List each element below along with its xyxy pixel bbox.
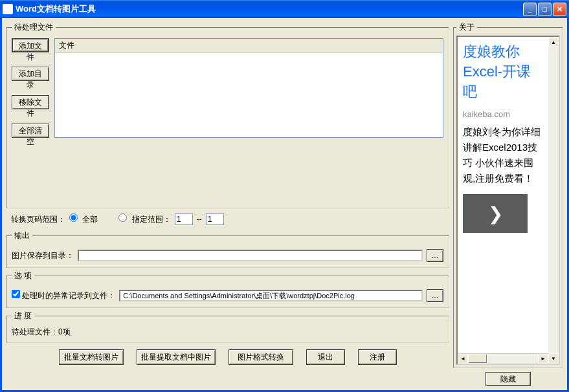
list-header-file[interactable]: 文件 [55, 39, 443, 53]
radio-all[interactable] [69, 213, 78, 222]
about-group: 关于 度娘教你Excel-开课吧 kaikeba.com 度娘刘冬为你详细讲解E… [453, 22, 563, 368]
window-controls: _ □ ✕ [523, 3, 566, 16]
save-dir-label: 图片保存到目录： [12, 250, 74, 261]
scroll-left-icon[interactable]: ◄ [458, 354, 468, 364]
close-button[interactable]: ✕ [553, 3, 566, 16]
save-dir-input[interactable] [78, 250, 423, 261]
batch-extract-button[interactable]: 批量提取文档中图片 [137, 349, 216, 365]
exit-button[interactable]: 退出 [306, 349, 345, 365]
page-range-label: 转换页码范围： [11, 214, 65, 225]
file-actions-sidebar: 添加文件 添加目录 移除文件 全部清空 [12, 38, 49, 138]
progress-text: 待处理文件：0项 [12, 327, 443, 338]
minimize-button[interactable]: _ [523, 3, 537, 16]
range-sep: -- [197, 215, 202, 224]
bottom-action-bar: 批量文档转图片 批量提取文档中图片 图片格式转换 退出 注册 [6, 345, 449, 366]
register-button[interactable]: 注册 [358, 349, 397, 365]
output-legend: 输出 [12, 230, 32, 241]
hide-row: 隐藏 [453, 368, 563, 386]
chevron-right-icon: ❯ [488, 203, 503, 224]
options-legend: 选 项 [12, 270, 34, 281]
range-to-input[interactable] [206, 213, 224, 225]
remove-file-button[interactable]: 移除文件 [12, 95, 49, 109]
log-checkbox[interactable] [12, 290, 20, 298]
vscroll-track[interactable] [548, 47, 559, 353]
batch-convert-button[interactable]: 批量文档转图片 [59, 349, 124, 365]
page-range-row: 转换页码范围： 全部 指定范围： -- [6, 211, 449, 228]
format-convert-button[interactable]: 图片格式转换 [229, 349, 293, 365]
hide-button[interactable]: 隐藏 [485, 372, 531, 386]
add-file-button[interactable]: 添加文件 [12, 38, 49, 52]
app-body: 待处理文件 添加文件 添加目录 移除文件 全部清空 文件 转换页码范围： 全部 … [0, 18, 569, 392]
page-range-specify-option[interactable]: 指定范围： [118, 213, 170, 225]
maximize-button[interactable]: □ [538, 3, 552, 16]
main-column: 待处理文件 添加文件 添加目录 移除文件 全部清空 文件 转换页码范围： 全部 … [6, 22, 449, 386]
ad-arrow-button[interactable]: ❯ [463, 194, 528, 233]
hscroll-thumb[interactable] [468, 354, 487, 364]
log-checkbox-label[interactable]: 处理时的异常记录到文件： [12, 290, 115, 301]
radio-range[interactable] [118, 213, 127, 222]
titlebar: Word文档转图片工具 _ □ ✕ [0, 0, 569, 18]
about-hscrollbar[interactable]: ◄ ► [458, 353, 548, 364]
scroll-right-icon[interactable]: ► [538, 354, 548, 364]
ad-panel[interactable]: 度娘教你Excel-开课吧 kaikeba.com 度娘刘冬为你详细讲解Exce… [458, 37, 548, 353]
window-title: Word文档转图片工具 [16, 3, 523, 15]
scroll-down-icon[interactable]: ▼ [548, 353, 559, 364]
add-dir-button[interactable]: 添加目录 [12, 67, 49, 81]
page-range-all-option[interactable]: 全部 [69, 213, 98, 225]
ad-body: 度娘刘冬为你详细讲解Excel2013技巧 小伙伴速来围观,注册免费看！ [463, 124, 543, 186]
pending-files-group: 待处理文件 添加文件 添加目录 移除文件 全部清空 文件 [6, 22, 449, 208]
about-content: 度娘教你Excel-开课吧 kaikeba.com 度娘刘冬为你详细讲解Exce… [456, 36, 560, 365]
about-legend: 关于 [456, 22, 477, 33]
log-path-input[interactable] [119, 290, 423, 301]
options-group: 选 项 处理时的异常记录到文件： ... [6, 270, 449, 308]
ad-title: 度娘教你Excel-开课吧 [463, 42, 543, 102]
output-group: 输出 图片保存到目录： ... [6, 230, 449, 268]
progress-group: 进 度 待处理文件：0项 [6, 310, 449, 343]
browse-save-dir-button[interactable]: ... [427, 249, 443, 262]
hscroll-track[interactable] [468, 354, 538, 364]
browse-log-button[interactable]: ... [427, 289, 443, 302]
side-column: 关于 度娘教你Excel-开课吧 kaikeba.com 度娘刘冬为你详细讲解E… [453, 22, 563, 386]
ad-domain: kaikeba.com [463, 109, 543, 119]
clear-all-button[interactable]: 全部清空 [12, 124, 49, 138]
progress-legend: 进 度 [12, 310, 34, 321]
pending-files-legend: 待处理文件 [12, 22, 56, 33]
range-from-input[interactable] [175, 213, 193, 225]
app-icon [3, 4, 13, 14]
files-listview[interactable]: 文件 [54, 38, 443, 138]
about-vscrollbar[interactable]: ▲ ▼ [548, 37, 559, 364]
scroll-up-icon[interactable]: ▲ [548, 37, 559, 47]
